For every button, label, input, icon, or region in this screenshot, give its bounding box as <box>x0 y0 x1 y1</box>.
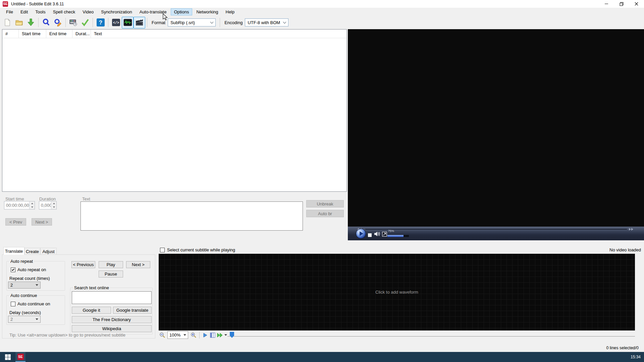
replace-button[interactable] <box>52 17 64 28</box>
start-time-input[interactable]: 00:00:00,000 <box>4 201 35 209</box>
tip-text: Tip: Use <alt+arrow up/down> to go to pr… <box>9 333 125 338</box>
help-button[interactable]: ? <box>95 17 106 28</box>
spin-up-icon[interactable] <box>30 201 35 205</box>
playback-speed-button[interactable] <box>216 331 224 339</box>
close-button[interactable] <box>629 0 644 8</box>
column-header-duration[interactable]: Durat... <box>72 29 91 38</box>
video-toggle-button[interactable] <box>133 17 145 28</box>
zoom-in-icon <box>191 332 197 338</box>
stop-button[interactable] <box>368 233 372 237</box>
svg-text:?: ? <box>99 19 102 26</box>
spin-up-icon[interactable] <box>51 201 56 205</box>
menu-item-help[interactable]: Help <box>222 8 238 15</box>
minimize-button[interactable] <box>599 0 614 8</box>
source-view-button[interactable]: </> <box>110 17 122 28</box>
spin-down-icon[interactable] <box>51 205 56 209</box>
save-button[interactable] <box>25 17 37 28</box>
checkbox-unchecked-icon <box>11 302 15 306</box>
speed-dropdown-icon[interactable] <box>224 334 227 336</box>
save-icon <box>26 18 35 27</box>
find-button[interactable] <box>40 17 52 28</box>
menu-item-file[interactable]: File <box>3 8 16 15</box>
encoding-select[interactable]: UTF-8 with BOM <box>245 18 288 26</box>
bottom-tab-panel: Translate Create Adjust Auto repeat Auto… <box>2 247 155 339</box>
play-button[interactable] <box>356 229 366 239</box>
wikipedia-button[interactable]: Wikipedia <box>72 325 152 332</box>
duration-input[interactable]: 0,000 <box>39 201 57 209</box>
free-dictionary-button[interactable]: The Free Dictionary <box>72 316 152 323</box>
fullscreen-button[interactable] <box>382 232 387 237</box>
next-button[interactable]: Next > <box>126 261 150 268</box>
column-header-number[interactable]: # <box>2 29 19 38</box>
column-header-text[interactable]: Text <box>91 29 346 38</box>
delay-select[interactable]: 2 <box>8 316 41 323</box>
auto-continue-checkbox[interactable]: Auto continue on <box>11 301 50 306</box>
play-subtitle-button[interactable]: Play <box>99 261 123 268</box>
spin-down-icon[interactable] <box>30 205 35 209</box>
spell-check-button[interactable] <box>79 17 91 28</box>
auto-repeat-checkbox[interactable]: Auto repeat on <box>11 267 46 272</box>
waveform-canvas[interactable]: Click to add waveform <box>159 254 635 330</box>
google-it-button[interactable]: Google it <box>72 307 111 314</box>
waveform-position-slider[interactable] <box>227 336 635 337</box>
columns-icon <box>210 333 215 338</box>
subtitle-list[interactable]: # Start time End time Durat... Text <box>2 29 347 192</box>
video-icon <box>135 18 144 27</box>
unbreak-button[interactable]: Unbreak <box>306 200 344 207</box>
subtitle-list-header: # Start time End time Durat... Text <box>2 29 346 38</box>
repeat-count-select[interactable]: 2 <box>8 282 41 289</box>
restore-icon <box>620 2 624 6</box>
zoom-in-button[interactable] <box>190 331 197 339</box>
subtitle-list-body[interactable] <box>2 38 346 192</box>
play-icon <box>203 333 208 338</box>
pause-button[interactable]: Pause <box>99 270 123 278</box>
seek-bar[interactable] <box>365 229 627 230</box>
tab-translate[interactable]: Translate <box>3 247 24 255</box>
menu-bar: File Edit Tools Spell check Video Synchr… <box>0 8 644 16</box>
encoding-value: UTF-8 with BOM <box>248 20 280 25</box>
restore-button[interactable] <box>614 0 629 8</box>
start-button[interactable] <box>0 352 15 362</box>
waveform-play-button[interactable] <box>202 331 209 339</box>
menu-item-options[interactable]: Options <box>171 8 193 15</box>
menu-item-tools[interactable]: Tools <box>32 8 49 15</box>
format-select[interactable]: SubRip (.srt) <box>168 18 216 26</box>
open-file-button[interactable] <box>13 17 25 28</box>
google-translate-button[interactable]: Google translate <box>113 307 152 314</box>
tab-create[interactable]: Create <box>24 248 40 255</box>
menu-item-networking[interactable]: Networking <box>193 8 221 15</box>
delay-label: Delay (seconds) <box>9 310 41 315</box>
column-header-start-time[interactable]: Start time <box>19 29 46 38</box>
prev-subtitle-button[interactable]: < Prev <box>5 218 26 226</box>
tab-adjust[interactable]: Adjust <box>40 248 57 255</box>
video-player[interactable]: 75% <box>348 29 644 240</box>
column-header-end-time[interactable]: End time <box>46 29 72 38</box>
volume-icon[interactable] <box>374 231 380 237</box>
previous-button[interactable]: < Previous <box>71 261 95 268</box>
visual-sync-button[interactable] <box>67 17 79 28</box>
waveform-position-marker[interactable] <box>230 332 234 338</box>
subtitle-text-input[interactable] <box>80 201 303 231</box>
start-time-value: 00:00:00,000 <box>4 201 29 209</box>
zoom-out-button[interactable] <box>159 331 166 339</box>
volume-percent: 75% <box>388 229 394 233</box>
waveform-columns-button[interactable] <box>209 331 216 339</box>
taskbar-clock[interactable]: 15:34 <box>631 352 641 362</box>
waveform-toggle-button[interactable] <box>122 17 133 28</box>
menu-item-video[interactable]: Video <box>79 8 97 15</box>
auto-br-button[interactable]: Auto br <box>306 210 344 217</box>
volume-slider[interactable] <box>387 235 409 237</box>
menu-item-synchronization[interactable]: Synchronization <box>98 8 136 15</box>
menu-item-edit[interactable]: Edit <box>17 8 31 15</box>
menu-item-spell-check[interactable]: Spell check <box>50 8 78 15</box>
waveform-zoom-select[interactable]: 100% <box>167 331 188 339</box>
next-subtitle-button[interactable]: Next > <box>32 218 52 226</box>
taskbar-subtitle-edit-button[interactable]: SE <box>15 352 25 362</box>
waveform-zoom-value: 100% <box>169 333 180 338</box>
new-file-button[interactable] <box>1 17 13 28</box>
select-current-subtitle-checkbox[interactable]: Select current subtitle while playing <box>160 247 235 252</box>
search-text-input[interactable] <box>72 291 152 304</box>
forward-icon[interactable] <box>629 228 634 231</box>
open-file-icon <box>15 18 23 27</box>
repeat-count-label: Repeat count (times) <box>9 276 50 281</box>
